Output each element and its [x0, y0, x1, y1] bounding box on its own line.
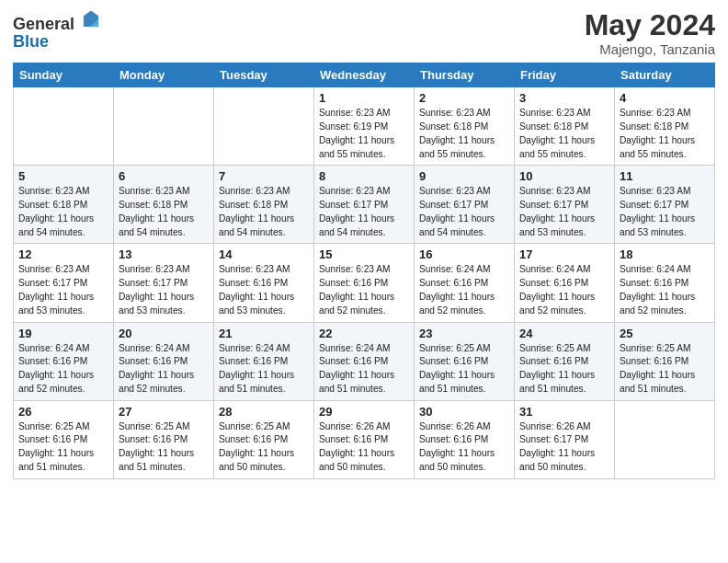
day-info: Sunrise: 6:23 AM Sunset: 6:18 PM Dayligh… — [219, 185, 309, 239]
day-number: 26 — [18, 405, 108, 419]
calendar-week-1: 1Sunrise: 6:23 AM Sunset: 6:19 PM Daylig… — [14, 87, 715, 166]
table-row: 30Sunrise: 6:26 AM Sunset: 6:16 PM Dayli… — [415, 400, 515, 478]
day-number: 5 — [18, 169, 108, 183]
day-info: Sunrise: 6:23 AM Sunset: 6:17 PM Dayligh… — [319, 185, 409, 239]
table-row: 29Sunrise: 6:26 AM Sunset: 6:16 PM Dayli… — [314, 400, 415, 478]
table-row — [14, 87, 114, 166]
table-row: 1Sunrise: 6:23 AM Sunset: 6:19 PM Daylig… — [314, 87, 415, 166]
day-number: 24 — [519, 327, 609, 340]
day-number: 17 — [519, 247, 609, 261]
day-info: Sunrise: 6:23 AM Sunset: 6:18 PM Dayligh… — [18, 185, 108, 239]
table-row: 13Sunrise: 6:23 AM Sunset: 6:17 PM Dayli… — [114, 244, 214, 322]
page: General Blue May 2024 Majengo, Tanzania … — [0, 0, 728, 563]
day-info: Sunrise: 6:25 AM Sunset: 6:16 PM Dayligh… — [519, 342, 609, 396]
table-row: 14Sunrise: 6:23 AM Sunset: 6:16 PM Dayli… — [214, 244, 314, 322]
table-row — [214, 87, 314, 166]
day-number: 8 — [319, 169, 409, 183]
col-friday: Friday — [515, 63, 615, 87]
table-row: 15Sunrise: 6:23 AM Sunset: 6:16 PM Dayli… — [314, 244, 415, 322]
day-info: Sunrise: 6:26 AM Sunset: 6:16 PM Dayligh… — [419, 420, 509, 475]
calendar-week-4: 19Sunrise: 6:24 AM Sunset: 6:16 PM Dayli… — [14, 322, 715, 400]
table-row: 27Sunrise: 6:25 AM Sunset: 6:16 PM Dayli… — [114, 400, 214, 478]
table-row: 4Sunrise: 6:23 AM Sunset: 6:18 PM Daylig… — [615, 87, 715, 166]
table-row: 6Sunrise: 6:23 AM Sunset: 6:18 PM Daylig… — [114, 166, 214, 244]
day-number: 1 — [319, 91, 409, 105]
table-row: 7Sunrise: 6:23 AM Sunset: 6:18 PM Daylig… — [214, 166, 314, 244]
day-number: 15 — [319, 247, 409, 261]
day-number: 19 — [18, 327, 108, 340]
table-row: 11Sunrise: 6:23 AM Sunset: 6:17 PM Dayli… — [615, 166, 715, 244]
col-monday: Monday — [114, 63, 214, 87]
calendar-week-3: 12Sunrise: 6:23 AM Sunset: 6:17 PM Dayli… — [14, 244, 715, 322]
day-info: Sunrise: 6:23 AM Sunset: 6:18 PM Dayligh… — [419, 107, 509, 161]
table-row: 24Sunrise: 6:25 AM Sunset: 6:16 PM Dayli… — [515, 322, 615, 400]
day-info: Sunrise: 6:23 AM Sunset: 6:18 PM Dayligh… — [119, 185, 209, 239]
table-row: 25Sunrise: 6:25 AM Sunset: 6:16 PM Dayli… — [615, 322, 715, 400]
table-row: 8Sunrise: 6:23 AM Sunset: 6:17 PM Daylig… — [314, 166, 415, 244]
col-tuesday: Tuesday — [214, 63, 314, 87]
day-number: 13 — [119, 247, 209, 261]
table-row: 9Sunrise: 6:23 AM Sunset: 6:17 PM Daylig… — [415, 166, 515, 244]
table-row: 26Sunrise: 6:25 AM Sunset: 6:16 PM Dayli… — [14, 400, 114, 478]
day-info: Sunrise: 6:23 AM Sunset: 6:18 PM Dayligh… — [519, 107, 609, 161]
day-number: 16 — [419, 247, 509, 261]
calendar-title: May 2024 — [585, 9, 715, 41]
table-row: 19Sunrise: 6:24 AM Sunset: 6:16 PM Dayli… — [14, 322, 114, 400]
day-number: 4 — [620, 91, 710, 105]
table-row: 16Sunrise: 6:24 AM Sunset: 6:16 PM Dayli… — [415, 244, 515, 322]
day-number: 23 — [419, 327, 509, 340]
day-number: 18 — [620, 247, 710, 261]
day-number: 7 — [219, 169, 309, 183]
table-row: 18Sunrise: 6:24 AM Sunset: 6:16 PM Dayli… — [615, 244, 715, 322]
day-number: 28 — [219, 405, 309, 419]
day-number: 9 — [419, 169, 509, 183]
day-info: Sunrise: 6:24 AM Sunset: 6:16 PM Dayligh… — [620, 263, 710, 317]
table-row — [114, 87, 214, 166]
table-row: 2Sunrise: 6:23 AM Sunset: 6:18 PM Daylig… — [415, 87, 515, 166]
day-info: Sunrise: 6:24 AM Sunset: 6:16 PM Dayligh… — [319, 342, 409, 396]
title-block: May 2024 Majengo, Tanzania — [585, 9, 715, 57]
table-row: 3Sunrise: 6:23 AM Sunset: 6:18 PM Daylig… — [515, 87, 615, 166]
day-info: Sunrise: 6:26 AM Sunset: 6:17 PM Dayligh… — [519, 420, 609, 475]
col-sunday: Sunday — [14, 63, 114, 87]
table-row: 5Sunrise: 6:23 AM Sunset: 6:18 PM Daylig… — [14, 166, 114, 244]
day-number: 20 — [119, 327, 209, 340]
calendar-table: Sunday Monday Tuesday Wednesday Thursday… — [13, 63, 715, 479]
table-row: 23Sunrise: 6:25 AM Sunset: 6:16 PM Dayli… — [415, 322, 515, 400]
logo-general: General — [13, 15, 74, 33]
table-row: 10Sunrise: 6:23 AM Sunset: 6:17 PM Dayli… — [515, 166, 615, 244]
day-info: Sunrise: 6:23 AM Sunset: 6:17 PM Dayligh… — [620, 185, 710, 239]
logo-text: General Blue — [13, 9, 101, 51]
day-number: 25 — [620, 327, 710, 340]
logo: General Blue — [13, 9, 101, 51]
day-info: Sunrise: 6:23 AM Sunset: 6:16 PM Dayligh… — [319, 263, 409, 317]
day-info: Sunrise: 6:23 AM Sunset: 6:19 PM Dayligh… — [319, 107, 409, 161]
day-number: 27 — [119, 405, 209, 419]
day-number: 11 — [620, 169, 710, 183]
day-number: 14 — [219, 247, 309, 261]
day-number: 3 — [519, 91, 609, 105]
table-row: 21Sunrise: 6:24 AM Sunset: 6:16 PM Dayli… — [214, 322, 314, 400]
day-info: Sunrise: 6:25 AM Sunset: 6:16 PM Dayligh… — [419, 342, 509, 396]
logo-blue: Blue — [13, 32, 49, 51]
day-number: 6 — [119, 169, 209, 183]
table-row: 31Sunrise: 6:26 AM Sunset: 6:17 PM Dayli… — [515, 400, 615, 478]
calendar-header-row: Sunday Monday Tuesday Wednesday Thursday… — [14, 63, 715, 87]
day-info: Sunrise: 6:23 AM Sunset: 6:17 PM Dayligh… — [119, 263, 209, 317]
day-number: 21 — [219, 327, 309, 340]
day-info: Sunrise: 6:25 AM Sunset: 6:16 PM Dayligh… — [219, 420, 309, 475]
col-thursday: Thursday — [415, 63, 515, 87]
day-info: Sunrise: 6:23 AM Sunset: 6:18 PM Dayligh… — [620, 107, 710, 161]
day-info: Sunrise: 6:24 AM Sunset: 6:16 PM Dayligh… — [18, 342, 108, 396]
table-row: 20Sunrise: 6:24 AM Sunset: 6:16 PM Dayli… — [114, 322, 214, 400]
day-info: Sunrise: 6:24 AM Sunset: 6:16 PM Dayligh… — [219, 342, 309, 396]
day-info: Sunrise: 6:23 AM Sunset: 6:17 PM Dayligh… — [419, 185, 509, 239]
table-row: 12Sunrise: 6:23 AM Sunset: 6:17 PM Dayli… — [14, 244, 114, 322]
day-info: Sunrise: 6:24 AM Sunset: 6:16 PM Dayligh… — [519, 263, 609, 317]
table-row: 22Sunrise: 6:24 AM Sunset: 6:16 PM Dayli… — [314, 322, 415, 400]
day-info: Sunrise: 6:24 AM Sunset: 6:16 PM Dayligh… — [419, 263, 509, 317]
day-number: 12 — [18, 247, 108, 261]
calendar-location: Majengo, Tanzania — [585, 41, 715, 57]
day-number: 22 — [319, 327, 409, 340]
day-number: 30 — [419, 405, 509, 419]
